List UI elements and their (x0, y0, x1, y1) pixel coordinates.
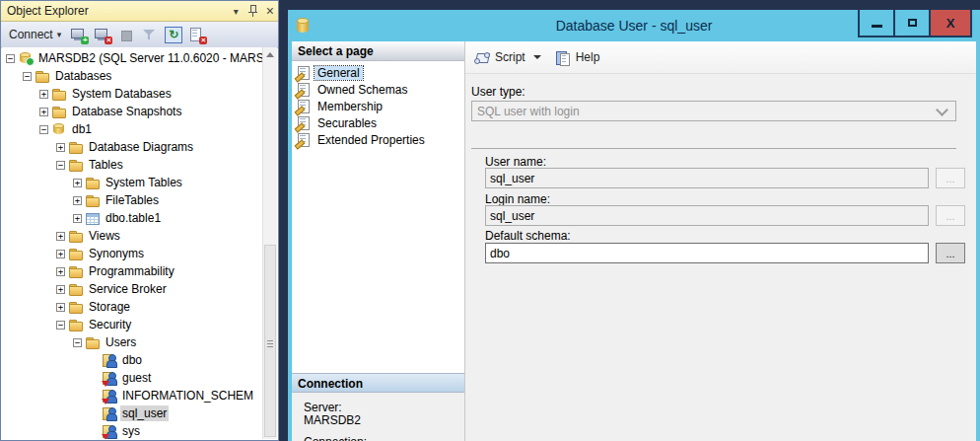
script-button[interactable]: Script (473, 50, 541, 65)
help-button[interactable]: Help (555, 50, 600, 65)
tree-item[interactable]: + Synonyms (2, 245, 263, 262)
page-item[interactable]: Membership (292, 98, 464, 114)
expander-icon[interactable]: + (56, 232, 65, 241)
tree-item[interactable]: + Views (2, 227, 263, 245)
object-explorer-tree: − MARSDB2 (SQL Server 11.0.6020 - MARSD … (2, 47, 263, 439)
tree-item[interactable]: + FileTables (2, 191, 263, 209)
tree-item[interactable]: + System Tables (2, 174, 263, 191)
tree-item[interactable]: − MARSDB2 (SQL Server 11.0.6020 - MARSD (2, 49, 263, 67)
page-icon (296, 83, 311, 97)
tree-item[interactable]: − Security (2, 316, 263, 333)
connect-button[interactable]: Connect ▾ (6, 26, 64, 43)
default-schema-label: Default schema: (485, 229, 571, 243)
expander-icon[interactable]: − (73, 338, 82, 347)
disable-script-icon[interactable]: × (188, 27, 206, 43)
expander-icon[interactable]: − (6, 54, 15, 63)
tree-item[interactable]: + Database Diagrams (2, 138, 263, 156)
expander-icon[interactable]: + (56, 285, 65, 294)
vertical-scrollbar[interactable] (262, 47, 277, 439)
tree-item[interactable]: sys (2, 422, 263, 439)
disconnect-server-icon[interactable]: × (94, 27, 111, 43)
connection-header: Connection (292, 373, 464, 393)
tree-item[interactable]: + Programmability (2, 262, 263, 280)
tree-item-label: sql_user (120, 405, 169, 421)
tree-item-icon (69, 282, 83, 296)
tree-item-label: Views (87, 228, 122, 244)
window-position-menu-icon[interactable]: ▾ (234, 6, 239, 17)
tree-item[interactable]: − Users (2, 333, 263, 351)
expander-icon[interactable]: + (73, 214, 82, 223)
expander-icon[interactable]: − (56, 321, 65, 330)
tree-item-icon (86, 335, 100, 349)
page-icon (296, 133, 311, 147)
user-name-browse-button: ... (936, 168, 965, 188)
connection-label: Connection: (304, 436, 455, 441)
tree-item[interactable]: guest (2, 369, 263, 387)
tree-item-label: db1 (70, 121, 94, 137)
tree-item[interactable]: INFORMATION_SCHEM (2, 387, 263, 404)
page-item[interactable]: Owned Schemas (292, 81, 464, 98)
connect-server-icon[interactable]: + (70, 27, 88, 43)
dialog-titlebar[interactable]: Database User - sql_user X (288, 10, 980, 41)
user-type-value: SQL user with login (477, 105, 580, 118)
expander-icon[interactable]: + (56, 143, 65, 152)
scroll-up-button[interactable] (263, 47, 277, 61)
object-explorer-titlebar[interactable]: Object Explorer ▾ × (1, 1, 278, 22)
page-item[interactable]: General (292, 64, 464, 81)
page-label: Securables (315, 116, 380, 130)
tree-item-icon (69, 247, 83, 260)
close-button[interactable]: X (931, 10, 970, 36)
tree-item[interactable]: sql_user (2, 404, 263, 422)
separator (471, 148, 956, 149)
tree-item[interactable]: + dbo.table1 (2, 209, 263, 227)
page-item[interactable]: Extended Properties (292, 131, 464, 148)
arrow-up-icon (266, 52, 274, 57)
dialog-content: Script Help User type: SQL user with log… (465, 41, 976, 441)
maximize-button[interactable] (895, 10, 931, 36)
tree-item[interactable]: − Databases (2, 67, 263, 85)
tree-item-label: Programmability (87, 263, 176, 279)
default-schema-input[interactable] (485, 243, 929, 263)
expander-icon[interactable]: + (56, 267, 65, 276)
minimize-button[interactable] (860, 10, 895, 36)
tree-item[interactable]: dbo (2, 351, 263, 369)
expander-icon[interactable]: + (73, 179, 82, 187)
expander-icon[interactable]: − (23, 72, 32, 81)
stop-icon (117, 27, 135, 43)
expander-icon[interactable]: + (73, 196, 82, 205)
tree-item-label: Database Diagrams (87, 139, 195, 155)
page-item[interactable]: Securables (292, 114, 464, 131)
default-schema-browse-button[interactable]: ... (936, 243, 965, 263)
help-icon (555, 50, 571, 65)
scrollbar-thumb[interactable] (264, 245, 276, 437)
login-name-browse-button: ... (936, 205, 965, 226)
tree-item[interactable]: − Tables (2, 156, 263, 174)
tree-item-icon (86, 176, 100, 189)
script-dropdown-icon[interactable] (533, 55, 541, 59)
tree-item-label: dbo.table1 (104, 210, 163, 226)
database-user-dialog: Database User - sql_user X Select a page… (288, 10, 980, 441)
expander-icon[interactable]: − (39, 125, 48, 134)
general-page-form: User type: SQL user with login User name… (465, 73, 976, 441)
auto-hide-pin-icon[interactable] (245, 4, 259, 18)
tree-item-label: Users (104, 334, 138, 350)
close-icon[interactable]: × (266, 5, 274, 17)
expander-icon[interactable]: + (56, 250, 65, 258)
object-explorer-title: Object Explorer (7, 4, 234, 18)
user-type-select: SQL user with login (471, 101, 956, 121)
server-value: MARSDB2 (304, 414, 455, 427)
tree-item[interactable]: + System Databases (2, 85, 263, 103)
expander-icon[interactable]: + (56, 303, 65, 312)
expander-icon[interactable]: − (56, 161, 65, 170)
tree-item[interactable]: + Storage (2, 298, 263, 316)
tree-item[interactable]: + Service Broker (2, 280, 263, 298)
expander-icon[interactable]: + (39, 108, 48, 116)
expander-icon[interactable]: + (39, 90, 48, 99)
tree-item-icon (52, 105, 66, 118)
tree-item[interactable]: − db1 (2, 120, 263, 138)
filter-icon[interactable] (141, 27, 159, 43)
pages-list: General Owned Schemas Membership (292, 61, 464, 148)
tree-item[interactable]: + Database Snapshots (2, 103, 263, 120)
refresh-icon[interactable]: ↻ (165, 27, 182, 43)
dialog-toolbar: Script Help (465, 41, 976, 74)
